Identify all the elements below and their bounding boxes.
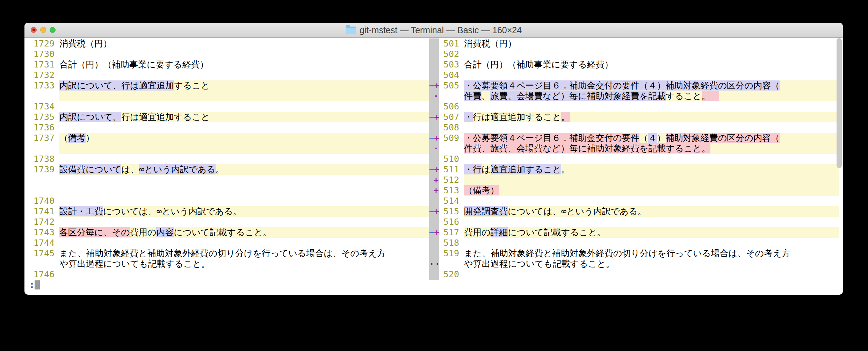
scrollbar-thumb[interactable] bbox=[837, 38, 842, 168]
spacer bbox=[459, 185, 464, 196]
right-line-number: 515 bbox=[439, 206, 459, 217]
diff-word-segment: 件費 bbox=[464, 91, 482, 101]
left-line-number: 1745 bbox=[24, 248, 55, 259]
left-line-number: 1740 bbox=[24, 196, 55, 206]
left-diff-text bbox=[59, 269, 429, 280]
diff-word-segment: また、補助対象経費と補助対象外経費の切り分けを行っている場合は、その考え方 bbox=[59, 248, 386, 258]
diff-word-segment: ） bbox=[657, 133, 666, 143]
right-line-number: 512 bbox=[439, 175, 459, 185]
spacer bbox=[55, 143, 59, 154]
gutter-marker: −+ bbox=[429, 133, 439, 143]
diff-word-segment: について記載すること。 bbox=[508, 227, 606, 237]
diff-word-segment: 備考 bbox=[68, 133, 86, 143]
diff-word-segment: ・ bbox=[464, 112, 473, 122]
spacer bbox=[55, 206, 59, 217]
spacer bbox=[55, 38, 59, 49]
diff-word-segment: 消費税（円） bbox=[464, 38, 516, 49]
left-line-number: 1729 bbox=[24, 38, 55, 49]
diff-word-segment: ） bbox=[86, 133, 94, 143]
spacer bbox=[55, 185, 59, 196]
spacer bbox=[55, 164, 59, 175]
diff-row: や算出過程についても記載すること。··や算出過程についても記載すること。 bbox=[24, 259, 843, 269]
right-diff-text: 消費税（円） bbox=[464, 38, 839, 49]
spacer bbox=[55, 259, 59, 269]
diff-row: 1744518 bbox=[24, 238, 843, 248]
right-line-number bbox=[439, 259, 459, 269]
right-diff-text bbox=[464, 196, 839, 206]
left-diff-text bbox=[59, 143, 429, 154]
left-line-number: 1736 bbox=[24, 122, 55, 133]
spacer bbox=[459, 175, 464, 185]
spacer bbox=[459, 196, 464, 206]
spacer bbox=[55, 70, 59, 80]
gutter-marker bbox=[429, 154, 439, 164]
spacer bbox=[459, 49, 464, 59]
left-diff-text: 内訳について、行は適宜追加すること bbox=[59, 112, 429, 122]
spacer bbox=[55, 196, 59, 206]
diff-word-segment: については、∞という内訳である。 bbox=[103, 206, 242, 216]
left-line-number: 1739 bbox=[24, 164, 55, 175]
right-line-number: 504 bbox=[439, 70, 459, 80]
desktop-background: git-mstest — Terminal — Basic — 160×24 1… bbox=[0, 0, 868, 351]
spacer bbox=[55, 133, 59, 143]
diff-word-segment: 旅費、会場費など）毎に補助対象経費を記載 bbox=[490, 91, 666, 101]
pager-prompt-row[interactable]: : bbox=[24, 280, 843, 290]
spacer bbox=[55, 59, 59, 70]
diff-word-segment: や算出過程についても記載すること。 bbox=[464, 259, 615, 269]
diff-word-segment: 行は適宜追加すること bbox=[121, 112, 210, 122]
right-diff-text bbox=[464, 70, 839, 80]
diff-word-segment: 。 bbox=[216, 164, 224, 174]
right-line-number: 501 bbox=[439, 38, 459, 49]
left-line-number bbox=[24, 143, 55, 154]
gutter-marker bbox=[429, 49, 439, 59]
right-diff-text: ・公募要領４ページ目６．補助金交付の要件（４）補助対象経費の区分の内容（ bbox=[464, 80, 839, 91]
spacer bbox=[459, 122, 464, 133]
gutter-marker: ·· bbox=[429, 259, 439, 269]
left-line-number: 1744 bbox=[24, 238, 55, 248]
spacer bbox=[459, 38, 464, 49]
right-diff-text bbox=[464, 217, 839, 227]
title-bar[interactable]: git-mstest — Terminal — Basic — 160×24 bbox=[24, 23, 843, 38]
left-diff-text: 設計・工費については、∞という内訳である。 bbox=[59, 206, 429, 217]
spacer bbox=[55, 154, 59, 164]
left-diff-text bbox=[59, 154, 429, 164]
diff-row: 1739設備費については、∞という内訳である。−+511・行は適宜追加すること。 bbox=[24, 164, 843, 175]
diff-word-segment: 。 bbox=[702, 91, 719, 101]
diff-row: 1737（備考）−+509・公募要領４ページ目６．補助金交付の要件（４）補助対象… bbox=[24, 133, 843, 143]
spacer bbox=[55, 101, 59, 112]
spacer bbox=[55, 175, 59, 185]
left-line-number: 1738 bbox=[24, 154, 55, 164]
diff-word-segment: 適宜追加すること bbox=[491, 164, 561, 174]
spacer bbox=[459, 206, 464, 217]
gutter-marker: −+ bbox=[429, 80, 439, 91]
right-diff-text: ・公募要領４ページ目６．補助金交付の要件（４）補助対象経費の区分の内容（ bbox=[464, 133, 839, 143]
left-line-number: 1742 bbox=[24, 217, 55, 227]
spacer bbox=[459, 164, 464, 175]
spacer bbox=[459, 227, 464, 238]
diff-word-segment: 詳細 bbox=[491, 227, 508, 237]
spacer bbox=[459, 259, 464, 269]
right-line-number: 503 bbox=[439, 59, 459, 70]
right-diff-text: （備考） bbox=[464, 185, 839, 196]
diff-row: 1731合計（円）（補助事業に要する経費）503合計（円）（補助事業に要する経費… bbox=[24, 59, 843, 70]
folder-icon bbox=[346, 27, 356, 34]
diff-word-segment: ∞という内訳である bbox=[139, 164, 216, 174]
diff-row: 1746520 bbox=[24, 269, 843, 280]
gutter-marker bbox=[429, 59, 439, 70]
gutter-marker: · bbox=[429, 91, 439, 101]
diff-word-segment: 。 bbox=[561, 112, 570, 122]
right-diff-text: 合計（円）（補助事業に要する経費） bbox=[464, 59, 839, 70]
left-line-number: 1731 bbox=[24, 59, 55, 70]
spacer bbox=[55, 248, 59, 259]
right-diff-text: ・行は適宜追加すること。 bbox=[464, 164, 839, 175]
right-diff-text bbox=[464, 101, 839, 112]
diff-word-segment: 内容 bbox=[156, 227, 174, 237]
left-diff-text: 消費税（円） bbox=[59, 38, 429, 49]
diff-word-segment: 。 bbox=[561, 164, 570, 174]
diff-row: 1742516 bbox=[24, 217, 843, 227]
window-title: git-mstest — Terminal — Basic — 160×24 bbox=[360, 25, 522, 35]
terminal-window: git-mstest — Terminal — Basic — 160×24 1… bbox=[24, 23, 843, 295]
right-line-number: 517 bbox=[439, 227, 459, 238]
right-diff-text: や算出過程についても記載すること。 bbox=[464, 259, 839, 269]
left-line-number: 1743 bbox=[24, 227, 55, 238]
